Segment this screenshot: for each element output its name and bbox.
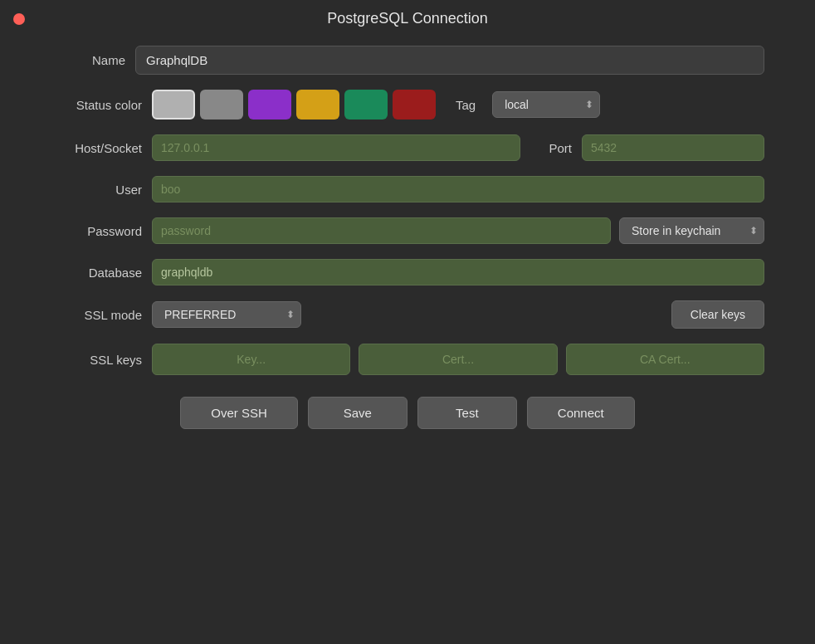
- over-ssh-button[interactable]: Over SSH: [180, 397, 298, 429]
- action-buttons: Over SSH Save Test Connect: [51, 397, 764, 429]
- password-input[interactable]: [152, 217, 611, 244]
- host-label: Host/Socket: [51, 141, 142, 155]
- port-label: Port: [530, 141, 572, 155]
- ssl-keys-buttons: Key... Cert... CA Cert...: [152, 344, 764, 375]
- connect-button[interactable]: Connect: [527, 397, 635, 429]
- ssl-mode-wrapper: PREFERRED REQUIRE VERIFY-CA VERIFY-FULL …: [152, 301, 301, 328]
- user-label: User: [51, 183, 142, 197]
- test-button[interactable]: Test: [417, 397, 517, 429]
- color-swatch-green[interactable]: [344, 90, 388, 120]
- ssl-keys-label: SSL keys: [51, 353, 142, 367]
- window-title: PostgreSQL Connection: [327, 10, 487, 27]
- name-input[interactable]: [135, 46, 764, 75]
- ssl-mode-select[interactable]: PREFERRED REQUIRE VERIFY-CA VERIFY-FULL …: [152, 301, 301, 328]
- status-color-label: Status color: [51, 98, 142, 112]
- color-swatch-gray-light[interactable]: [152, 90, 195, 120]
- color-swatch-gray-dark[interactable]: [200, 90, 243, 120]
- password-label: Password: [51, 224, 142, 238]
- close-button[interactable]: [13, 13, 25, 25]
- database-input[interactable]: [152, 259, 764, 285]
- ca-cert-button[interactable]: CA Cert...: [566, 344, 764, 375]
- key-button[interactable]: Key...: [152, 344, 350, 375]
- store-keychain-wrapper: Store in keychain Ask each time Never: [619, 217, 764, 244]
- color-swatch-red[interactable]: [393, 90, 436, 120]
- name-label: Name: [51, 53, 125, 67]
- ssl-mode-label: SSL mode: [51, 308, 142, 322]
- color-swatches: [152, 90, 436, 120]
- user-input[interactable]: [152, 176, 764, 202]
- save-button[interactable]: Save: [308, 397, 408, 429]
- color-swatch-purple[interactable]: [248, 90, 291, 120]
- tag-select-wrapper: local production staging development: [492, 91, 600, 118]
- color-swatch-orange[interactable]: [296, 90, 339, 120]
- store-keychain-select[interactable]: Store in keychain Ask each time Never: [619, 217, 764, 244]
- tag-label: Tag: [456, 98, 476, 112]
- port-input[interactable]: [582, 134, 764, 161]
- database-label: Database: [51, 266, 142, 280]
- tag-select[interactable]: local production staging development: [492, 91, 600, 118]
- clear-keys-button[interactable]: Clear keys: [671, 300, 764, 329]
- host-input[interactable]: [152, 134, 520, 161]
- cert-button[interactable]: Cert...: [359, 344, 557, 375]
